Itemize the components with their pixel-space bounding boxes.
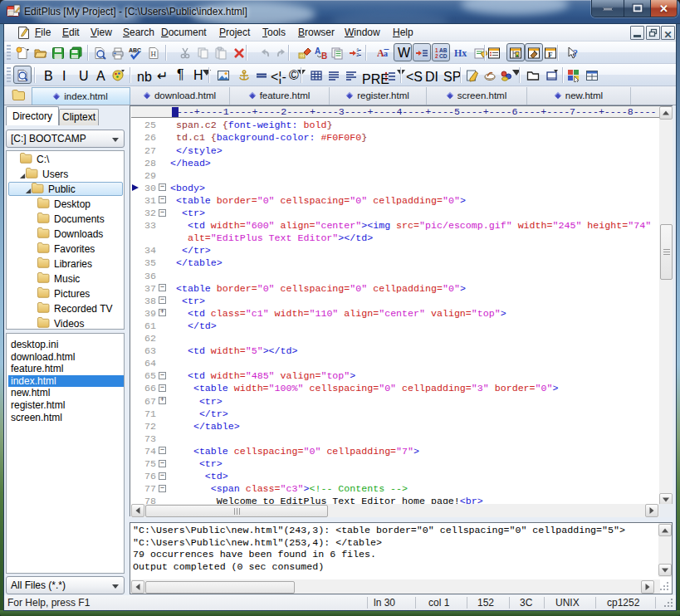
svg-text:B: B: [321, 51, 327, 60]
svg-text:AB: AB: [439, 47, 448, 53]
svg-text:CD: CD: [439, 53, 448, 59]
svg-text:?: ?: [573, 47, 578, 59]
svg-text:1: 1: [435, 47, 438, 53]
svg-text:Hx: Hx: [454, 47, 467, 59]
svg-text:H: H: [151, 50, 157, 58]
svg-text:a: a: [384, 49, 388, 58]
svg-text:2: 2: [435, 53, 438, 59]
svg-text:A: A: [315, 46, 320, 56]
svg-text:F: F: [548, 51, 553, 59]
